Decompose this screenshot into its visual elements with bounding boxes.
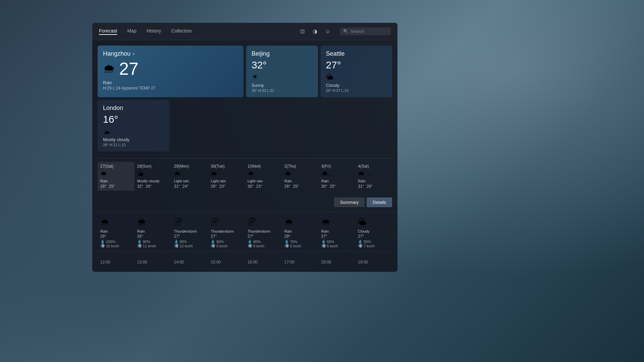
hour-precip: 💧70% (284, 239, 316, 244)
day-weather-icon: 🌧 (211, 170, 242, 178)
day-label: 4(Sat) (358, 164, 389, 169)
summary-button[interactable]: Summary (334, 197, 365, 207)
hour-wind: 💨7 km/h (358, 244, 389, 248)
day-weather-icon: 🌧 (358, 170, 389, 178)
forecast-actions: Summary Details (92, 195, 397, 212)
hour-weather-icon: ⛈ (248, 217, 279, 227)
seattle-weather-icon: 🌥 (326, 73, 387, 81)
hour-precip: 💧100% (100, 239, 132, 244)
hour-weather-icon: 🌧 (284, 217, 316, 227)
tab-collection[interactable]: Collection (171, 28, 192, 35)
seattle-description: Cloudy (326, 83, 387, 88)
day-high: 28° (211, 184, 217, 189)
search-input[interactable] (351, 29, 387, 34)
hour-time-col-5: 17:00 (282, 255, 319, 266)
day-col-7[interactable]: 4(Sat) 🌧 Rain 31° 26° (355, 162, 392, 191)
hour-precip: 💧50% (358, 239, 389, 244)
hour-wind: 💨8 km/h (248, 244, 279, 248)
hour-col-4[interactable]: ⛈ Thunderstorm 27° 💧80% 💨8 km/h (245, 215, 282, 250)
hour-weather-icon: 🌧 (137, 217, 169, 227)
hour-weather-icon: 🌧 (321, 217, 353, 227)
day-col-6[interactable]: 3(Fri) 🌧 Rain 30° 25° (319, 162, 356, 191)
city-card-seattle[interactable]: Seattle 27° 🌥 Cloudy 28° H:27 L:13 (321, 46, 392, 97)
day-high: 31° (174, 184, 180, 189)
day-low: 25° (293, 184, 299, 189)
account-icon[interactable]: ☺ (324, 27, 332, 36)
hangzhou-description: Rain (103, 80, 238, 85)
day-low: 23° (219, 184, 225, 189)
hour-weather-icon: 🌧 (100, 217, 132, 227)
tab-history[interactable]: History (147, 28, 161, 35)
hour-col-7[interactable]: 🌥 Cloudy 27° 💧50% 💨7 km/h (355, 215, 392, 250)
day-low: 25° (330, 184, 336, 189)
day-label: 3(Fri) (321, 164, 353, 169)
day-temps: 28° 25° (100, 184, 132, 189)
hour-wind: 💨6 km/h (321, 244, 353, 248)
hour-temp: 27° (174, 234, 206, 239)
hangzhou-detail: H:29 L:24 Apparent TEMP 27 (103, 86, 238, 90)
day-high: 32° (137, 184, 143, 189)
day-high: 31° (358, 184, 364, 189)
day-temps: 30° 23° (248, 184, 279, 189)
hour-col-5[interactable]: 🌧 Rain 28° 💧70% 💨5 km/h (282, 215, 319, 250)
beijing-detail: 28° H:33 L:21 (252, 88, 313, 93)
beijing-weather-icon: ☀ (252, 73, 313, 81)
day-col-5[interactable]: 2(Thu) 🌧 Rain 28° 25° (282, 162, 319, 191)
city-card-london[interactable]: London 16° ☁ Mostly cloudy 28° H:21 L:13 (98, 100, 169, 152)
hour-time-label: 15:00 (211, 260, 242, 264)
day-col-3[interactable]: 30(Tue) 🌧 Light rain 28° 23° (208, 162, 245, 191)
hour-temp: 27° (248, 234, 279, 239)
city-card-hangzhou[interactable]: Hangzhou ⌖ 🌧 27 Rain H:29 L:24 Apparent … (98, 46, 244, 97)
hour-col-6[interactable]: 🌧 Rain 27° 💧60% 💨6 km/h (319, 215, 356, 250)
city-card-beijing[interactable]: Beijing 32° ☀ Sunny 28° H:33 L:21 (246, 46, 318, 97)
day-col-4[interactable]: 1(Wed) 🌧 Light rain 30° 23° (245, 162, 282, 191)
hour-wind: 💨5 km/h (284, 244, 316, 248)
hour-time-label: 16:00 (248, 260, 279, 264)
day-col-2[interactable]: 29(Mon) 🌧 Light rain 31° 24° (171, 162, 208, 191)
contrast-icon[interactable]: ◑ (311, 27, 319, 36)
hour-col-1[interactable]: 🌧 Rain 26° 💧90% 💨11 km/h (135, 215, 171, 250)
hour-precip: 💧90% (174, 239, 206, 244)
hour-precip: 💧80% (248, 239, 279, 244)
london-weather-icon: ☁ (103, 127, 164, 136)
hour-col-0[interactable]: 🌧 Rain 26° 💧100% 💨10 km/h (98, 215, 135, 250)
hourly-section: 🌧 Rain 26° 💧100% 💨10 km/h 🌧 Rain 26° 💧90… (92, 212, 397, 272)
day-desc: Rain (321, 179, 353, 183)
hour-time-label: 12:00 (100, 260, 132, 264)
day-temps: 32° 26° (137, 184, 169, 189)
weekly-row: 27(Sat) 🌧 Rain 28° 25° 28(Sun) 🌥 Mostly … (98, 158, 392, 191)
day-low: 26° (367, 184, 373, 189)
hour-time-col-6: 18:00 (319, 255, 356, 266)
day-col-0[interactable]: 27(Sat) 🌧 Rain 28° 25° (98, 162, 135, 191)
tab-forecast[interactable]: Forecast (99, 28, 117, 35)
hour-time-label: 13:00 (137, 260, 169, 264)
hour-desc: Rain (137, 229, 169, 233)
day-label: 30(Tue) (211, 164, 242, 169)
hour-time-label: 14:00 (174, 260, 206, 264)
share-icon[interactable]: ⊡ (298, 27, 306, 36)
search-icon: 🔍 (343, 29, 348, 34)
details-button[interactable]: Details (367, 197, 392, 207)
day-col-1[interactable]: 28(Sun) 🌥 Mostly cloudy 32° 26° (135, 162, 171, 191)
day-low: 25° (109, 184, 115, 189)
day-weather-icon: 🌥 (137, 170, 169, 178)
hour-time-label: 17:00 (284, 260, 316, 264)
day-temps: 31° 26° (358, 184, 389, 189)
hour-time-col-0: 12:00 (98, 255, 135, 266)
hour-desc: Thunderstorm (211, 229, 242, 233)
day-desc: Light rain (211, 179, 242, 183)
day-low: 23° (256, 184, 262, 189)
hour-precip: 💧80% (211, 239, 242, 244)
day-label: 28(Sun) (137, 164, 169, 169)
tab-map[interactable]: Map (127, 28, 136, 35)
day-high: 28° (100, 184, 106, 189)
nav-icons: ⊡ ◑ ☺ 🔍 (298, 27, 391, 36)
hour-desc: Cloudy (358, 229, 389, 233)
hour-col-3[interactable]: ⛈ Thunderstorm 27° 💧80% 💨9 km/h (208, 215, 245, 250)
hour-col-2[interactable]: ⛈ Thunderstorm 27° 💧90% 💨12 km/h (171, 215, 208, 250)
hour-time-col-2: 14:00 (171, 255, 208, 266)
day-low: 24° (182, 184, 189, 189)
search-box: 🔍 (340, 27, 391, 35)
hour-time-label: 18:00 (321, 260, 353, 264)
hour-time-col-1: 13:00 (135, 255, 171, 266)
